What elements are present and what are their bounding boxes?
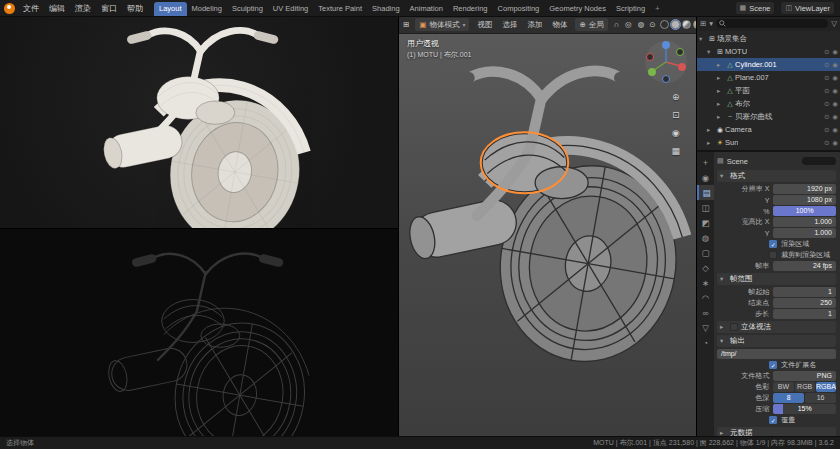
tab-material-icon[interactable]: ◔: [697, 335, 714, 350]
outliner-row-camera[interactable]: ▸ ◉ Camera ⊙◉: [697, 123, 840, 136]
render-visibility-icon[interactable]: ◉: [832, 61, 838, 69]
camera-view-icon[interactable]: ◉: [671, 128, 680, 138]
section-output[interactable]: ▾ 输出: [717, 335, 836, 347]
color-rgb-button[interactable]: RGB: [795, 382, 815, 392]
tab-data-icon[interactable]: ▽: [697, 320, 714, 335]
tab-uv-editing[interactable]: UV Editing: [268, 2, 313, 16]
editor-type-icon[interactable]: ⊞: [403, 20, 409, 29]
shading-rendered-button[interactable]: [693, 20, 696, 29]
expand-icon[interactable]: ▸: [717, 100, 725, 108]
menu-window[interactable]: 窗口: [97, 1, 121, 16]
hide-icon[interactable]: ⊙: [824, 61, 829, 69]
outliner-row-scene-collection[interactable]: ▾ ⊞ 场景集合: [697, 32, 840, 45]
menu-file[interactable]: 文件: [19, 1, 43, 16]
tab-physics-icon[interactable]: ◠: [697, 290, 714, 305]
render-visibility-icon[interactable]: ◉: [832, 126, 838, 134]
tab-layout[interactable]: Layout: [154, 2, 187, 16]
expand-icon[interactable]: ▸: [717, 61, 725, 69]
tab-compositing[interactable]: Compositing: [493, 2, 545, 16]
tab-shading[interactable]: Shading: [367, 2, 405, 16]
render-visibility-icon[interactable]: ◉: [832, 113, 838, 121]
hide-icon[interactable]: ⊙: [824, 74, 829, 82]
resolution-percentage-slider[interactable]: 100%: [773, 206, 836, 216]
toggle-perspective-icon[interactable]: ▦: [671, 146, 680, 156]
xray-icon[interactable]: ⊙: [649, 20, 655, 29]
tab-scripting[interactable]: Scripting: [611, 2, 650, 16]
render-visibility-icon[interactable]: ◉: [832, 48, 838, 56]
snap-magnet-icon[interactable]: ∩: [614, 20, 619, 29]
viewport-menu-view[interactable]: 视图: [475, 20, 494, 30]
hide-icon[interactable]: ⊙: [824, 48, 829, 56]
hide-icon[interactable]: ⊙: [824, 139, 829, 147]
tab-scene-icon[interactable]: ◩: [697, 215, 714, 230]
expand-icon[interactable]: ▾: [707, 48, 715, 56]
tab-modeling[interactable]: Modeling: [187, 2, 227, 16]
zoom-icon[interactable]: ⊕: [671, 92, 680, 102]
viewport-render-preview[interactable]: [0, 16, 398, 229]
section-format[interactable]: ▾ 格式: [717, 170, 836, 182]
tab-geometry-nodes[interactable]: Geometry Nodes: [544, 2, 611, 16]
outliner-filter-icon[interactable]: ▽: [831, 19, 837, 28]
tab-texture-paint[interactable]: Texture Paint: [313, 2, 367, 16]
expand-icon[interactable]: ▸: [707, 126, 715, 134]
tab-constraints-icon[interactable]: ∞: [697, 305, 714, 320]
color-bw-button[interactable]: BW: [773, 382, 793, 392]
tab-sculpting[interactable]: Sculpting: [227, 2, 268, 16]
section-frame-range[interactable]: ▾ 帧范围: [717, 273, 836, 285]
stereoscopy-checkbox[interactable]: [730, 323, 738, 331]
file-extension-checkbox[interactable]: [769, 361, 777, 369]
outliner-row-plane007[interactable]: ▸ △ Plane.007 ⊙◉: [697, 71, 840, 84]
tab-modifiers-icon[interactable]: ◇: [697, 260, 714, 275]
viewport-menu-select[interactable]: 选择: [500, 20, 519, 30]
transform-orientation-dropdown[interactable]: ⊕ 全局: [575, 18, 607, 31]
render-visibility-icon[interactable]: ◉: [832, 87, 838, 95]
file-format-dropdown[interactable]: PNG: [773, 371, 836, 381]
tab-view-layer-icon[interactable]: ◫: [697, 200, 714, 215]
tab-animation[interactable]: Animation: [405, 2, 448, 16]
viewport-canvas[interactable]: 用户透视 (1) MOTU | 布尔.001 ⊕: [399, 34, 696, 437]
tab-object-icon[interactable]: ▢: [697, 245, 714, 260]
depth-16-button[interactable]: 16: [805, 393, 836, 403]
render-region-checkbox[interactable]: [769, 240, 777, 248]
aspect-x-field[interactable]: 1.000: [773, 217, 836, 227]
move-view-icon[interactable]: ⊡: [671, 110, 680, 120]
tab-world-icon[interactable]: ◍: [697, 230, 714, 245]
expand-icon[interactable]: ▾: [699, 35, 707, 43]
compression-slider[interactable]: 15%: [773, 404, 836, 414]
menu-help[interactable]: 帮助: [123, 1, 147, 16]
resolution-y-field[interactable]: 1080 px: [773, 195, 836, 205]
outliner-search-input[interactable]: [716, 19, 828, 28]
output-path-field[interactable]: /tmp/: [717, 349, 836, 359]
outliner-row-motu[interactable]: ▾ ⊞ MOTU ⊙◉: [697, 45, 840, 58]
add-workspace-button[interactable]: +: [650, 2, 664, 16]
section-stereoscopy[interactable]: ▸ 立体视法: [717, 321, 836, 333]
tab-render-icon[interactable]: ◉: [697, 170, 714, 185]
shading-solid-button[interactable]: [671, 20, 680, 29]
expand-icon[interactable]: ▸: [717, 113, 725, 121]
hide-icon[interactable]: ⊙: [824, 87, 829, 95]
viewport-wireframe-view[interactable]: [0, 229, 398, 437]
crop-region-checkbox[interactable]: [769, 251, 777, 259]
render-visibility-icon[interactable]: ◉: [832, 139, 838, 147]
hide-icon[interactable]: ⊙: [824, 126, 829, 134]
expand-icon[interactable]: ▸: [707, 139, 715, 147]
menu-edit[interactable]: 编辑: [45, 1, 69, 16]
view-layer-selector[interactable]: ◫ ViewLayer: [781, 2, 834, 14]
outliner-row-cylinder[interactable]: ▸ △ Cylinder.001 ⊙◉: [697, 58, 840, 71]
frame-end-field[interactable]: 250: [773, 298, 836, 308]
outliner-row-plane[interactable]: ▸ △ 平面 ⊙◉: [697, 84, 840, 97]
render-visibility-icon[interactable]: ◉: [832, 100, 838, 108]
outliner-row-bezier[interactable]: ▸ ~ 贝塞尔曲线 ⊙◉: [697, 110, 840, 123]
outliner-row-sun[interactable]: ▸ ☀ Sun ⊙◉: [697, 136, 840, 149]
tab-rendering[interactable]: Rendering: [448, 2, 493, 16]
viewport-menu-object[interactable]: 物体: [550, 20, 569, 30]
mode-dropdown[interactable]: ▣ 物体模式 ▾: [415, 18, 469, 31]
breadcrumb-scene[interactable]: Scene: [727, 157, 748, 166]
scene-selector[interactable]: ▦ Scene: [736, 2, 775, 14]
render-visibility-icon[interactable]: ◉: [832, 74, 838, 82]
overwrite-checkbox[interactable]: [769, 416, 777, 424]
menu-render[interactable]: 渲染: [71, 1, 95, 16]
color-rgba-button[interactable]: RGBA: [816, 382, 836, 392]
proportional-editing-icon[interactable]: ◎: [625, 20, 632, 29]
outliner-display-mode-icon[interactable]: ⊞: [700, 19, 706, 28]
